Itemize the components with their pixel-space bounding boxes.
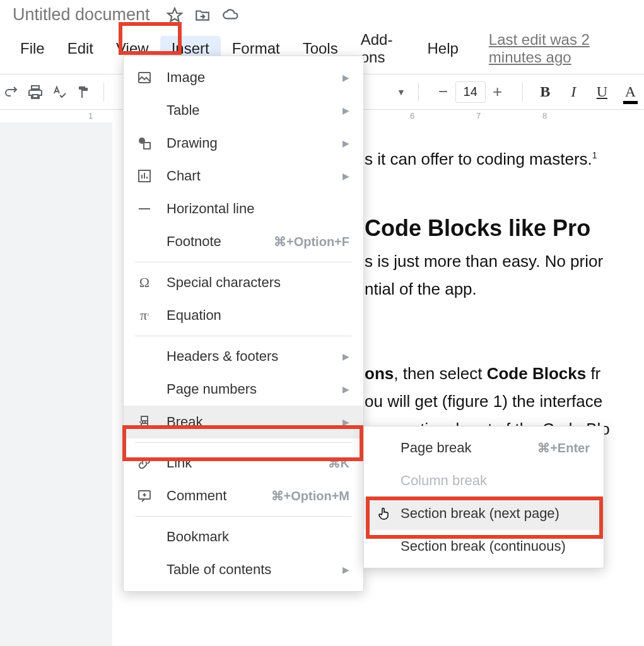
menu-edit[interactable]: Edit [56,36,105,61]
menu-item-bookmark[interactable]: Bookmark [124,520,363,553]
underline-button[interactable]: U [592,81,612,103]
menu-shortcut: ⌘+Option+F [274,234,349,249]
menu-item-label: Drawing [167,135,329,151]
comment-icon [136,488,153,504]
blank-icon [136,381,153,397]
cloud-status-icon[interactable] [222,7,238,23]
insert-menu-dropdown: Image ▶ Table ▶ Drawing ▶ Chart ▶ Horizo… [123,56,364,592]
menu-shortcut: ⌘+Enter [537,440,590,455]
text-color-button[interactable]: A [621,81,640,103]
last-edit-link[interactable]: Last edit was 2 minutes ago [489,31,635,66]
cursor-hand-icon [377,506,392,521]
menu-item-label: Table of contents [167,561,329,578]
menu-item-page-numbers[interactable]: Page numbers ▶ [124,373,363,406]
menu-item-image[interactable]: Image ▶ [124,61,363,94]
submenu-arrow-icon: ▶ [342,171,349,181]
star-icon[interactable] [167,7,183,23]
italic-button[interactable]: I [564,81,583,103]
menu-item-label: Horizontal line [167,201,349,217]
separator [522,83,523,102]
menu-item-headers-footers[interactable]: Headers & footers ▶ [124,340,363,373]
menu-item-footnote[interactable]: Footnote ⌘+Option+F [124,225,363,258]
break-submenu: Page break ⌘+Enter Column break Section … [363,426,604,568]
menu-item-label: Break [167,414,329,430]
menu-item-horizontal-line[interactable]: Horizontal line [124,192,363,225]
submenu-item-label: Column break [401,473,590,489]
blank-icon [136,348,153,365]
menu-item-link[interactable]: Link ⌘K [124,447,363,479]
svg-rect-1 [33,95,38,98]
svg-rect-5 [144,143,150,149]
menu-item-special-characters[interactable]: Ω Special characters [124,266,363,299]
paint-format-icon[interactable] [76,84,91,100]
bold-button[interactable]: B [536,81,555,103]
submenu-arrow-icon: ▶ [342,138,349,148]
menu-file[interactable]: File [9,36,56,61]
submenu-item-section-break-next-page[interactable]: Section break (next page) [364,497,604,530]
decrease-font-button[interactable]: − [431,80,455,104]
separator [135,442,352,443]
menu-item-label: Page numbers [167,381,329,397]
blank-icon [136,102,153,119]
shapes-icon [136,135,153,151]
break-icon [136,414,153,430]
submenu-arrow-icon: ▶ [342,351,349,361]
ruler-mark: 1 [88,111,93,120]
title-bar: Untitled document [0,0,644,26]
ruler-mark: 8 [542,111,547,120]
separator [135,516,352,517]
pi-icon: π² [136,307,153,324]
separator [103,83,104,102]
menu-item-label: Link [167,455,314,471]
menu-shortcut: ⌘K [328,455,349,471]
menu-item-table-of-contents[interactable]: Table of contents ▶ [124,553,363,586]
submenu-arrow-icon: ▶ [342,105,349,115]
ruler-mark: 6 [410,111,414,120]
link-icon [136,455,153,471]
submenu-item-label: Section break (next page) [401,505,590,522]
submenu-item-label: Page break [401,440,529,456]
blank-icon [136,233,153,250]
submenu-arrow-icon: ▶ [342,565,349,575]
menu-item-break[interactable]: Break ▶ [124,406,363,438]
font-size-value[interactable]: 14 [455,81,486,103]
submenu-item-label: Section break (continuous) [401,538,590,555]
font-dropdown-caret[interactable]: ▼ [397,87,406,97]
blank-icon [136,561,153,578]
increase-font-button[interactable]: + [486,80,510,104]
submenu-item-section-break-continuous[interactable]: Section break (continuous) [364,530,604,563]
menu-item-comment[interactable]: Comment ⌘+Option+M [124,479,363,512]
menu-item-label: Bookmark [167,529,349,545]
menu-item-label: Special characters [167,274,349,291]
menu-help[interactable]: Help [416,36,469,61]
menu-shortcut: ⌘+Option+M [271,488,349,503]
font-size-control: − 14 + [431,80,510,104]
submenu-item-page-break[interactable]: Page break ⌘+Enter [364,432,604,464]
print-icon[interactable] [28,84,43,100]
ruler-mark: 7 [476,111,481,120]
move-folder-icon[interactable] [194,7,211,23]
title-icon-group [167,7,238,23]
menu-item-drawing[interactable]: Drawing ▶ [124,127,363,160]
separator [418,83,419,102]
menu-item-label: Image [167,69,329,86]
submenu-item-column-break: Column break [364,464,604,497]
spellcheck-icon[interactable] [52,84,67,100]
menu-item-equation[interactable]: π² Equation [124,299,363,332]
menu-item-label: Footnote [167,233,260,250]
menu-item-chart[interactable]: Chart ▶ [124,160,363,192]
svg-rect-2 [81,93,83,98]
separator [135,336,352,336]
menu-item-label: Equation [167,307,349,324]
menu-item-label: Comment [167,488,257,504]
svg-marker-0 [168,8,182,21]
menu-item-label: Headers & footers [167,348,329,365]
document-title[interactable]: Untitled document [9,4,154,26]
menu-item-table[interactable]: Table ▶ [124,94,363,127]
redo-icon[interactable] [4,84,19,100]
blank-icon [136,529,153,545]
submenu-arrow-icon: ▶ [342,417,349,427]
hline-icon [136,201,153,217]
image-icon [136,69,153,86]
separator [135,262,352,262]
